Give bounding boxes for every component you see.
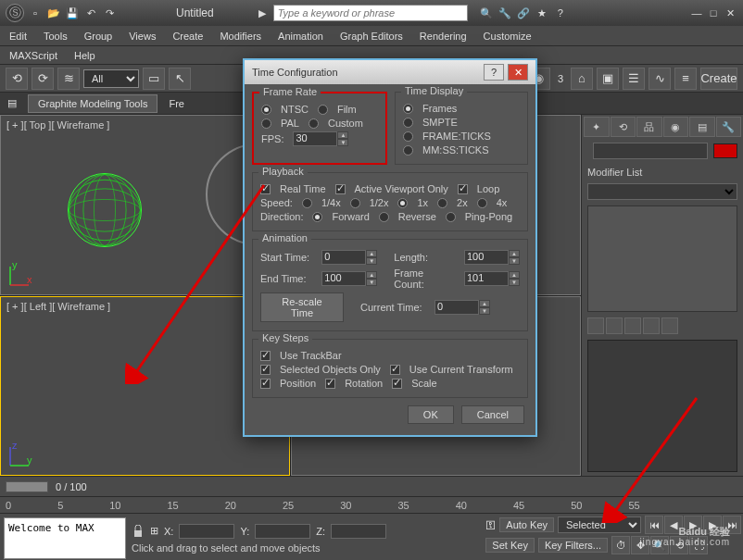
reverse-radio[interactable] [379,212,389,222]
link-tool-icon[interactable]: ⟲ [6,68,28,90]
create-tab-icon[interactable]: ✦ [584,117,610,137]
ntsc-radio[interactable] [261,105,271,115]
dialog-help-button[interactable]: ? [484,64,504,81]
menu-edit[interactable]: Edit [9,31,27,42]
wrench-icon[interactable]: 🔧 [497,6,512,20]
ribbon-tab-modeling[interactable]: Graphite Modeling Tools [28,94,157,113]
current-spinner[interactable]: ▲▼ [479,300,490,315]
length-field[interactable]: 100 [464,250,509,265]
menu-rendering[interactable]: Rendering [420,31,467,42]
selonly-check[interactable] [260,365,271,375]
time-slider[interactable] [6,481,48,492]
key-mode-dropdown[interactable]: Selected [558,516,641,533]
unique-icon[interactable] [624,317,641,334]
link-icon[interactable]: 🔗 [516,6,531,20]
trackbar-check[interactable] [260,351,271,361]
speed-12-radio[interactable] [350,198,360,208]
speed-1-radio[interactable] [397,198,408,208]
speed-14-radio[interactable] [302,198,312,208]
end-spinner[interactable]: ▲▼ [366,271,377,286]
mmss-radio[interactable] [403,145,413,156]
maximize-button[interactable]: □ [706,6,721,20]
lock-icon[interactable] [132,525,145,538]
render-frame-icon[interactable]: ▣ [597,68,619,90]
menu-graph-editors[interactable]: Graph Editors [340,31,403,42]
show-end-icon[interactable] [606,317,623,334]
menu-tools[interactable]: Tools [44,31,68,42]
framecount-spinner[interactable]: ▲▼ [509,271,520,286]
key-icon[interactable]: ⚿ [485,519,496,530]
goto-end-icon[interactable]: ⏭ [723,516,741,534]
menu-customize[interactable]: Customize [484,31,532,42]
play-icon[interactable]: ▶ [684,516,702,534]
frameticks-radio[interactable] [403,131,413,142]
y-field[interactable] [255,524,310,539]
close-button[interactable]: ✕ [723,6,737,20]
binocular-icon[interactable]: 🔍 [479,6,494,20]
remove-mod-icon[interactable] [643,317,660,334]
undo-icon[interactable]: ↶ [83,6,98,20]
motion-tab-icon[interactable]: ◉ [663,117,689,137]
prev-frame-icon[interactable]: ◀ [664,516,683,534]
film-radio[interactable] [318,105,328,115]
modify-tab-icon[interactable]: ⟲ [611,117,636,137]
create-button[interactable]: Create [700,68,737,90]
script-listener[interactable]: Welcome to MAX [4,517,126,559]
display-tab-icon[interactable]: ▤ [689,117,715,137]
pal-radio[interactable] [261,118,271,129]
arrow-icon[interactable]: ▶ [255,6,270,20]
new-icon[interactable]: ▫ [28,6,43,20]
grid-icon[interactable]: ⊞ [150,525,158,537]
redo-icon[interactable]: ↷ [102,6,117,20]
pin-stack-icon[interactable] [587,317,604,334]
nav-orbit-icon[interactable]: ⟲ [670,536,688,554]
speed-2-radio[interactable] [437,198,447,208]
ribbon-toggle-icon[interactable]: ▤ [7,97,17,109]
star-icon[interactable]: ★ [535,6,549,20]
configure-icon[interactable] [661,317,678,334]
ok-button[interactable]: OK [408,405,454,424]
menu-maxscript[interactable]: MAXScript [9,50,57,61]
open-icon[interactable]: 📂 [46,6,61,20]
time-ruler[interactable]: 0 5 10 15 20 25 30 35 40 45 50 55 [0,496,743,513]
bind-tool-icon[interactable]: ≋ [57,68,80,90]
end-field[interactable]: 100 [321,271,366,286]
search-input[interactable] [273,5,468,21]
rescale-button[interactable]: Re-scale Time [260,292,344,322]
fps-spinner[interactable]: ▲▼ [337,131,348,146]
start-field[interactable]: 0 [321,250,366,265]
smpte-radio[interactable] [403,118,413,128]
nav-zoom-icon[interactable]: 🔍 [650,536,669,554]
z-field[interactable] [331,524,386,539]
menu-animation[interactable]: Animation [278,31,323,42]
cancel-button[interactable]: Cancel [461,405,524,424]
nav-max-icon[interactable]: ⛶ [689,536,708,554]
unlink-tool-icon[interactable]: ⟳ [31,68,54,90]
sphere-object[interactable] [68,173,142,247]
menu-views[interactable]: Views [129,31,156,42]
select-tool-icon[interactable]: ▭ [143,68,165,90]
menu-group[interactable]: Group [84,31,113,42]
help-icon[interactable]: ? [553,6,568,20]
frames-radio[interactable] [403,104,413,114]
scale-check[interactable] [392,379,402,389]
minimize-button[interactable]: — [689,6,704,20]
framecount-field[interactable]: 101 [464,271,509,286]
keyfilters-button[interactable]: Key Filters... [538,538,608,553]
autokey-button[interactable]: Auto Key [499,517,554,532]
dialog-titlebar[interactable]: Time Configuration ? ✕ [245,60,535,84]
length-spinner[interactable]: ▲▼ [509,250,520,265]
modifier-list-dropdown[interactable] [587,183,737,200]
position-check[interactable] [260,379,271,389]
viewport-top-label[interactable]: [ + ][ Top ][ Wireframe ] [6,119,109,131]
current-field[interactable]: 0 [434,300,479,315]
utilities-tab-icon[interactable]: 🔧 [716,117,742,137]
x-field[interactable] [179,524,234,539]
hierarchy-tab-icon[interactable]: 品 [636,117,662,137]
dialog-close-button[interactable]: ✕ [508,64,528,81]
quick-render-icon[interactable]: ☰ [623,68,645,90]
selection-filter-dropdown[interactable]: All [83,69,139,88]
render-setup-icon[interactable]: ⌂ [571,68,593,90]
viewport-left-label[interactable]: [ + ][ Left ][ Wireframe ] [6,301,110,312]
menu-modifiers[interactable]: Modifiers [220,31,261,42]
